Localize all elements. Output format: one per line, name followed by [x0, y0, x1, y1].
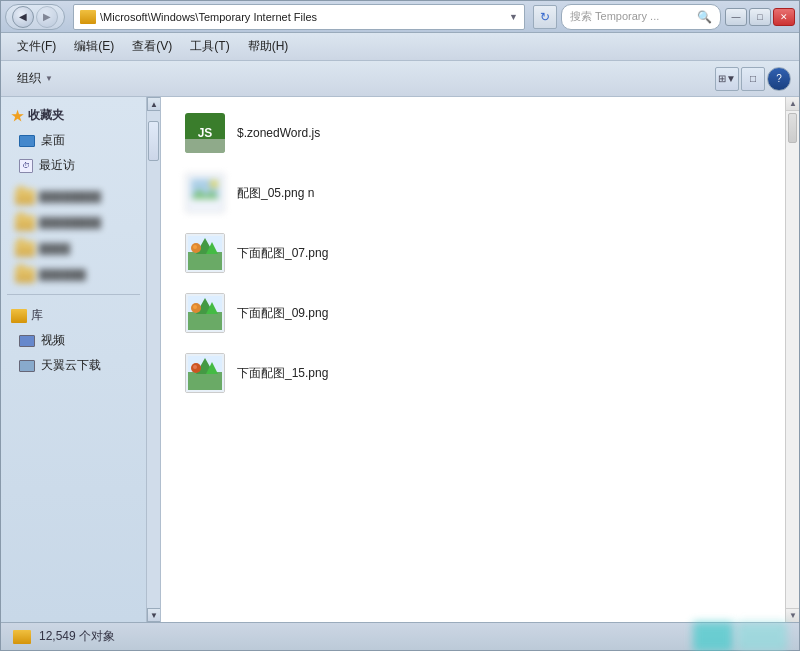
- png-thumbnail-09: [186, 294, 224, 332]
- file-scroll-track: [786, 111, 799, 608]
- view-pane-button[interactable]: □: [741, 67, 765, 91]
- png-thumbnail-07: [186, 234, 224, 272]
- recent-icon: ⏱: [19, 159, 33, 173]
- sidebar: ★ 收藏夹 桌面 ⏱ 最近访 █████: [1, 97, 161, 622]
- cloud-label: 天翼云下载: [41, 357, 101, 374]
- address-bar[interactable]: \Microsoft\Windows\Temporary Internet Fi…: [73, 4, 525, 30]
- folder-icon-2: [15, 215, 35, 231]
- star-icon: ★: [11, 108, 24, 124]
- png-file-icon-blurred: [185, 173, 225, 213]
- favorites-header: ★ 收藏夹: [5, 103, 142, 128]
- sidebar-scroll-track: [147, 111, 160, 608]
- file-name-07: 下面配图_07.png: [237, 245, 328, 262]
- video-label: 视频: [41, 332, 65, 349]
- status-bar: 12,549 个对象: [1, 622, 799, 650]
- file-item-png-blurred[interactable]: 配图_05.png n: [181, 167, 779, 219]
- file-scroll-down[interactable]: ▼: [786, 608, 799, 622]
- title-bar-left: ◀ ▶ \Microsoft\Windows\Temporary Interne…: [5, 4, 721, 30]
- library-icon: [11, 309, 27, 323]
- sidebar-scroll-up[interactable]: ▲: [147, 97, 161, 111]
- menu-help[interactable]: 帮助(H): [240, 35, 297, 58]
- menu-file[interactable]: 文件(F): [9, 35, 64, 58]
- library-label: 库: [31, 307, 43, 324]
- sidebar-scrollbar: ▲ ▼: [146, 97, 160, 622]
- favorites-section: ★ 收藏夹 桌面 ⏱ 最近访: [1, 97, 146, 182]
- window-controls: — □ ✕: [725, 8, 795, 26]
- recent-label: 最近访: [39, 157, 75, 174]
- address-text: \Microsoft\Windows\Temporary Internet Fi…: [100, 11, 505, 23]
- file-name-15: 下面配图_15.png: [237, 365, 328, 382]
- sidebar-item-video[interactable]: 视频: [5, 328, 142, 353]
- sidebar-scroll-thumb[interactable]: [148, 121, 159, 161]
- search-bar[interactable]: 搜索 Temporary ... 🔍: [561, 4, 721, 30]
- close-button[interactable]: ✕: [773, 8, 795, 26]
- library-section: 库 视频 天翼云下载: [1, 299, 146, 382]
- menu-tools[interactable]: 工具(T): [182, 35, 237, 58]
- menu-view[interactable]: 查看(V): [124, 35, 180, 58]
- view-list-button[interactable]: ⊞▼: [715, 67, 739, 91]
- video-icon: [19, 335, 35, 347]
- file-name-09: 下面配图_09.png: [237, 305, 328, 322]
- png-file-icon-15: [185, 353, 225, 393]
- file-scroll-thumb[interactable]: [788, 113, 797, 143]
- status-count-text: 12,549 个对象: [39, 628, 115, 645]
- sidebar-scroll-down[interactable]: ▼: [147, 608, 161, 622]
- svg-rect-6: [188, 252, 222, 270]
- refresh-button[interactable]: ↻: [533, 5, 557, 29]
- status-thumb-1: [693, 622, 733, 652]
- menu-bar: 文件(F) 编辑(E) 查看(V) 工具(T) 帮助(H): [1, 33, 799, 61]
- search-icon: 🔍: [697, 10, 712, 24]
- folder-icon-1: [15, 189, 35, 205]
- minimize-button[interactable]: —: [725, 8, 747, 26]
- file-item-js[interactable]: JS $.zonedWord.js: [181, 107, 779, 159]
- folder-icon-3: [15, 241, 35, 257]
- desktop-icon: [19, 135, 35, 147]
- nav-button-group: ◀ ▶: [5, 4, 65, 30]
- menu-edit[interactable]: 编辑(E): [66, 35, 122, 58]
- status-bar-right: [693, 622, 787, 652]
- sidebar-divider: [7, 294, 140, 295]
- svg-point-3: [210, 180, 218, 188]
- sidebar-item-recent[interactable]: ⏱ 最近访: [5, 153, 142, 178]
- maximize-button[interactable]: □: [749, 8, 771, 26]
- file-item-png-07[interactable]: 下面配图_07.png: [181, 227, 779, 279]
- png-thumbnail-15: [186, 354, 224, 392]
- toolbar: 组织 ▼ ⊞▼ □ ?: [1, 61, 799, 97]
- address-dropdown-arrow[interactable]: ▼: [509, 12, 518, 22]
- folder-icon-4: [15, 267, 35, 283]
- help-button[interactable]: ?: [767, 67, 791, 91]
- status-folder-icon: [13, 630, 31, 644]
- file-list: JS $.zonedWord.js 配图_05.png n: [161, 97, 799, 622]
- address-folder-icon: [80, 10, 96, 24]
- sidebar-item-cloud[interactable]: 天翼云下载: [5, 353, 142, 378]
- file-scrollbar: ▲ ▼: [785, 97, 799, 622]
- svg-rect-20: [188, 372, 222, 390]
- png-file-icon-07: [185, 233, 225, 273]
- organize-button[interactable]: 组织 ▼: [9, 66, 61, 91]
- library-header: 库: [5, 303, 142, 328]
- svg-point-10: [193, 245, 197, 249]
- file-area: JS $.zonedWord.js 配图_05.png n: [161, 97, 799, 622]
- forward-button[interactable]: ▶: [36, 6, 58, 28]
- svg-point-24: [193, 365, 197, 369]
- js-file-icon: JS: [185, 113, 225, 153]
- file-item-png-15[interactable]: 下面配图_15.png: [181, 347, 779, 399]
- sidebar-item-desktop[interactable]: 桌面: [5, 128, 142, 153]
- svg-rect-13: [188, 312, 222, 330]
- folder-item-2[interactable]: ████████: [9, 212, 138, 234]
- view-buttons: ⊞▼ □ ?: [715, 67, 791, 91]
- cloud-icon: [19, 360, 35, 372]
- file-name-png-blurred: 配图_05.png n: [237, 185, 314, 202]
- explorer-window: ◀ ▶ \Microsoft\Windows\Temporary Interne…: [0, 0, 800, 651]
- png-thumbnail-blurred: [186, 174, 224, 212]
- organize-dropdown-arrow: ▼: [45, 74, 53, 83]
- back-button[interactable]: ◀: [12, 6, 34, 28]
- file-scroll-up[interactable]: ▲: [786, 97, 799, 111]
- png-file-icon-09: [185, 293, 225, 333]
- folder-item-1[interactable]: ████████: [9, 186, 138, 208]
- folder-item-4[interactable]: ██████: [9, 264, 138, 286]
- folder-item-3[interactable]: ████: [9, 238, 138, 260]
- file-item-png-09[interactable]: 下面配图_09.png: [181, 287, 779, 339]
- favorites-label: 收藏夹: [28, 107, 64, 124]
- main-area: ★ 收藏夹 桌面 ⏱ 最近访 █████: [1, 97, 799, 622]
